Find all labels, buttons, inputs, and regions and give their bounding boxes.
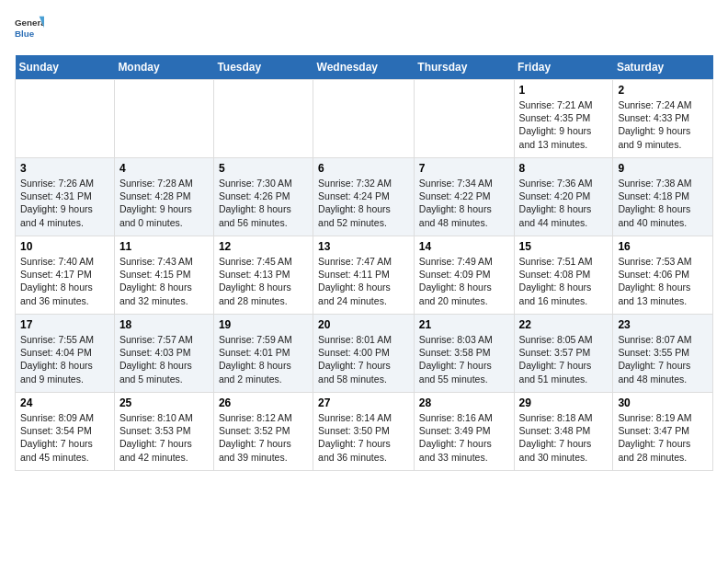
day-info: Sunrise: 7:45 AM Sunset: 4:13 PM Dayligh… [219, 255, 308, 307]
day-number: 21 [419, 318, 509, 331]
calendar-cell: 2Sunrise: 7:24 AM Sunset: 4:33 PM Daylig… [613, 80, 713, 158]
day-number: 19 [219, 318, 308, 331]
calendar-cell: 28Sunrise: 8:16 AM Sunset: 3:49 PM Dayli… [414, 393, 514, 471]
calendar-cell: 15Sunrise: 7:51 AM Sunset: 4:08 PM Dayli… [514, 236, 613, 315]
svg-text:General: General [15, 17, 44, 28]
day-number: 23 [618, 318, 708, 331]
day-number: 27 [318, 396, 409, 409]
day-info: Sunrise: 8:05 AM Sunset: 3:57 PM Dayligh… [519, 333, 609, 385]
day-info: Sunrise: 7:59 AM Sunset: 4:01 PM Dayligh… [219, 333, 308, 385]
weekday-header-tuesday: Tuesday [213, 55, 313, 80]
day-number: 5 [219, 162, 308, 175]
calendar-cell [213, 80, 313, 158]
day-number: 22 [519, 318, 609, 331]
day-info: Sunrise: 8:09 AM Sunset: 3:54 PM Dayligh… [20, 411, 109, 464]
calendar-cell: 10Sunrise: 7:40 AM Sunset: 4:17 PM Dayli… [16, 236, 115, 315]
day-number: 17 [20, 318, 109, 331]
day-number: 14 [419, 240, 509, 253]
calendar-cell [414, 80, 514, 158]
calendar-cell: 26Sunrise: 8:12 AM Sunset: 3:52 PM Dayli… [213, 393, 313, 471]
day-number: 28 [419, 396, 509, 409]
day-number: 11 [119, 240, 209, 253]
calendar-week-row: 17Sunrise: 7:55 AM Sunset: 4:04 PM Dayli… [16, 315, 713, 393]
day-number: 9 [618, 162, 708, 175]
day-info: Sunrise: 7:51 AM Sunset: 4:08 PM Dayligh… [519, 255, 609, 307]
weekday-header-row: SundayMondayTuesdayWednesdayThursdayFrid… [16, 55, 713, 80]
calendar-cell: 14Sunrise: 7:49 AM Sunset: 4:09 PM Dayli… [414, 236, 514, 315]
calendar-cell: 3Sunrise: 7:26 AM Sunset: 4:31 PM Daylig… [16, 158, 115, 236]
calendar-cell: 7Sunrise: 7:34 AM Sunset: 4:22 PM Daylig… [414, 158, 514, 236]
weekday-header-saturday: Saturday [613, 55, 713, 80]
weekday-header-wednesday: Wednesday [313, 55, 415, 80]
weekday-header-thursday: Thursday [414, 55, 514, 80]
calendar-cell: 20Sunrise: 8:01 AM Sunset: 4:00 PM Dayli… [313, 315, 415, 393]
logo-icon: General Blue [15, 15, 44, 44]
calendar-cell: 29Sunrise: 8:18 AM Sunset: 3:48 PM Dayli… [514, 393, 613, 471]
day-number: 30 [618, 396, 708, 409]
calendar-cell: 27Sunrise: 8:14 AM Sunset: 3:50 PM Dayli… [313, 393, 415, 471]
day-info: Sunrise: 8:03 AM Sunset: 3:58 PM Dayligh… [419, 333, 509, 385]
day-info: Sunrise: 7:57 AM Sunset: 4:03 PM Dayligh… [119, 333, 209, 385]
day-info: Sunrise: 7:43 AM Sunset: 4:15 PM Dayligh… [119, 255, 209, 307]
weekday-header-monday: Monday [114, 55, 213, 80]
calendar-cell: 30Sunrise: 8:19 AM Sunset: 3:47 PM Dayli… [613, 393, 713, 471]
calendar-cell: 19Sunrise: 7:59 AM Sunset: 4:01 PM Dayli… [213, 315, 313, 393]
calendar-cell: 13Sunrise: 7:47 AM Sunset: 4:11 PM Dayli… [313, 236, 415, 315]
calendar-cell: 12Sunrise: 7:45 AM Sunset: 4:13 PM Dayli… [213, 236, 313, 315]
calendar-cell: 25Sunrise: 8:10 AM Sunset: 3:53 PM Dayli… [114, 393, 213, 471]
calendar-cell: 22Sunrise: 8:05 AM Sunset: 3:57 PM Dayli… [514, 315, 613, 393]
day-number: 6 [318, 162, 409, 175]
calendar-cell [313, 80, 415, 158]
weekday-header-friday: Friday [514, 55, 613, 80]
day-number: 3 [20, 162, 109, 175]
day-info: Sunrise: 7:26 AM Sunset: 4:31 PM Dayligh… [20, 177, 109, 229]
day-number: 2 [618, 84, 708, 97]
day-info: Sunrise: 7:30 AM Sunset: 4:26 PM Dayligh… [219, 177, 308, 229]
calendar-cell: 1Sunrise: 7:21 AM Sunset: 4:35 PM Daylig… [514, 80, 613, 158]
day-number: 25 [119, 396, 209, 409]
day-info: Sunrise: 8:19 AM Sunset: 3:47 PM Dayligh… [618, 411, 708, 464]
day-number: 20 [318, 318, 409, 331]
day-number: 10 [20, 240, 109, 253]
day-number: 15 [519, 240, 609, 253]
calendar-cell [114, 80, 213, 158]
day-number: 7 [419, 162, 509, 175]
header: General Blue [15, 15, 713, 44]
day-info: Sunrise: 8:10 AM Sunset: 3:53 PM Dayligh… [119, 411, 209, 464]
calendar-week-row: 3Sunrise: 7:26 AM Sunset: 4:31 PM Daylig… [16, 158, 713, 236]
day-number: 26 [219, 396, 308, 409]
svg-text:Blue: Blue [15, 29, 35, 39]
day-info: Sunrise: 7:24 AM Sunset: 4:33 PM Dayligh… [618, 98, 708, 151]
calendar-cell: 18Sunrise: 7:57 AM Sunset: 4:03 PM Dayli… [114, 315, 213, 393]
day-number: 18 [119, 318, 209, 331]
day-info: Sunrise: 7:49 AM Sunset: 4:09 PM Dayligh… [419, 255, 509, 307]
day-info: Sunrise: 7:34 AM Sunset: 4:22 PM Dayligh… [419, 177, 509, 229]
calendar-cell: 23Sunrise: 8:07 AM Sunset: 3:55 PM Dayli… [613, 315, 713, 393]
calendar-cell: 17Sunrise: 7:55 AM Sunset: 4:04 PM Dayli… [16, 315, 115, 393]
day-number: 12 [219, 240, 308, 253]
day-info: Sunrise: 7:47 AM Sunset: 4:11 PM Dayligh… [318, 255, 409, 307]
calendar-cell: 24Sunrise: 8:09 AM Sunset: 3:54 PM Dayli… [16, 393, 115, 471]
day-info: Sunrise: 7:21 AM Sunset: 4:35 PM Dayligh… [519, 98, 609, 151]
calendar-cell: 9Sunrise: 7:38 AM Sunset: 4:18 PM Daylig… [613, 158, 713, 236]
day-number: 4 [119, 162, 209, 175]
day-info: Sunrise: 7:28 AM Sunset: 4:28 PM Dayligh… [119, 177, 209, 229]
day-info: Sunrise: 8:16 AM Sunset: 3:49 PM Dayligh… [419, 411, 509, 464]
day-info: Sunrise: 7:53 AM Sunset: 4:06 PM Dayligh… [618, 255, 708, 307]
day-info: Sunrise: 7:38 AM Sunset: 4:18 PM Dayligh… [618, 177, 708, 229]
calendar-cell: 6Sunrise: 7:32 AM Sunset: 4:24 PM Daylig… [313, 158, 415, 236]
day-info: Sunrise: 8:12 AM Sunset: 3:52 PM Dayligh… [219, 411, 308, 464]
calendar-week-row: 10Sunrise: 7:40 AM Sunset: 4:17 PM Dayli… [16, 236, 713, 315]
day-info: Sunrise: 8:01 AM Sunset: 4:00 PM Dayligh… [318, 333, 409, 385]
calendar-cell: 8Sunrise: 7:36 AM Sunset: 4:20 PM Daylig… [514, 158, 613, 236]
day-number: 16 [618, 240, 708, 253]
day-info: Sunrise: 8:18 AM Sunset: 3:48 PM Dayligh… [519, 411, 609, 464]
day-info: Sunrise: 7:40 AM Sunset: 4:17 PM Dayligh… [20, 255, 109, 307]
day-number: 24 [20, 396, 109, 409]
calendar-cell: 16Sunrise: 7:53 AM Sunset: 4:06 PM Dayli… [613, 236, 713, 315]
day-info: Sunrise: 8:14 AM Sunset: 3:50 PM Dayligh… [318, 411, 409, 464]
day-number: 29 [519, 396, 609, 409]
calendar-week-row: 24Sunrise: 8:09 AM Sunset: 3:54 PM Dayli… [16, 393, 713, 471]
calendar-table: SundayMondayTuesdayWednesdayThursdayFrid… [15, 55, 713, 471]
day-number: 8 [519, 162, 609, 175]
